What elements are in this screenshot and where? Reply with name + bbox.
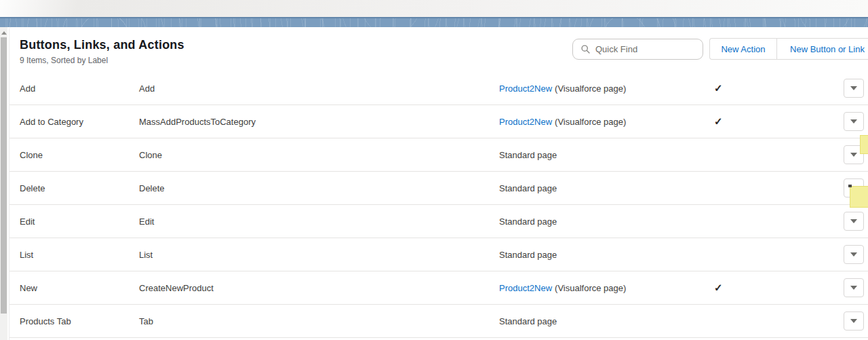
row-actions-dropdown-button[interactable] xyxy=(844,79,864,98)
row-api-name: List xyxy=(139,250,499,260)
row-label: List xyxy=(20,250,139,260)
row-actions-dropdown-button[interactable] xyxy=(844,278,864,297)
row-api-name: Clone xyxy=(139,150,499,160)
chevron-down-icon xyxy=(850,153,857,157)
row-label: Edit xyxy=(20,216,139,227)
table-row: Add Add Product2New(Visualforce page) ✓ xyxy=(9,72,868,105)
up-arrow-icon[interactable] xyxy=(0,29,7,37)
row-content-link[interactable]: Product2New xyxy=(499,83,552,94)
quick-find-box[interactable] xyxy=(572,39,703,60)
chevron-down-icon xyxy=(850,286,857,290)
table-row: Delete Delete Standard page xyxy=(9,172,868,205)
row-api-name: Tab xyxy=(139,316,499,326)
item-count-subtitle: 9 Items, Sorted by Label xyxy=(20,56,108,65)
row-content-text: Standard page xyxy=(499,150,557,160)
row-content-suffix: (Visualforce page) xyxy=(555,83,626,94)
row-actions-dropdown-button[interactable] xyxy=(844,245,864,264)
salesforce-header-banner xyxy=(0,17,868,27)
vertical-scrollbar[interactable] xyxy=(0,27,7,340)
table-row: Edit Edit Standard page xyxy=(9,205,868,238)
row-content: Standard page xyxy=(499,183,710,193)
row-content: Product2New(Visualforce page) xyxy=(499,283,710,293)
checkmark-icon: ✓ xyxy=(710,82,751,94)
search-icon xyxy=(581,45,590,54)
chevron-down-icon xyxy=(850,86,857,90)
chevron-down-icon xyxy=(850,119,857,124)
table-row: Add to Category MassAddProductsToCategor… xyxy=(9,105,868,138)
row-label: Add xyxy=(20,83,139,94)
row-content-link[interactable]: Product2New xyxy=(499,117,552,127)
table-row: List List Standard page xyxy=(9,238,868,271)
row-content-link[interactable]: Product2New xyxy=(499,283,552,293)
row-label: New xyxy=(20,283,139,293)
row-api-name: Edit xyxy=(139,216,499,227)
row-content-text: Standard page xyxy=(499,316,557,326)
annotation-handle-dot xyxy=(848,185,852,187)
new-action-button[interactable]: New Action xyxy=(709,38,776,60)
row-api-name: Delete xyxy=(139,183,499,193)
buttons-links-actions-page: { "header": { "title": "Buttons, Links, … xyxy=(0,0,868,340)
row-content: Standard page xyxy=(499,150,710,160)
table-row: New CreateNewProduct Product2New(Visualf… xyxy=(9,271,868,305)
row-content-suffix: (Visualforce page) xyxy=(555,283,626,293)
actions-table: Add Add Product2New(Visualforce page) ✓ … xyxy=(9,72,868,338)
up-arrow-glyph xyxy=(1,31,7,35)
chevron-down-icon xyxy=(850,319,857,323)
chevron-down-icon xyxy=(850,219,857,223)
new-button-or-link-button[interactable]: New Button or Link xyxy=(776,38,868,60)
checkmark-icon: ✓ xyxy=(710,115,751,128)
row-content-text: Standard page xyxy=(499,183,557,193)
row-content: Standard page xyxy=(499,216,710,227)
row-content-text: Standard page xyxy=(499,216,557,227)
row-label: Delete xyxy=(20,183,139,193)
annotation-highlight-delete-row xyxy=(850,186,868,208)
row-label: Add to Category xyxy=(20,117,139,127)
scrollbar-thumb[interactable] xyxy=(1,37,7,314)
table-row: Products Tab Tab Standard page xyxy=(9,305,868,338)
row-content: Standard page xyxy=(499,250,710,260)
chevron-down-icon xyxy=(850,252,857,257)
page-title: Buttons, Links, and Actions xyxy=(20,38,184,52)
row-api-name: CreateNewProduct xyxy=(139,283,499,293)
buttons-links-actions-card: Buttons, Links, and Actions 9 Items, Sor… xyxy=(9,27,868,340)
row-content-text: Standard page xyxy=(499,250,557,260)
row-api-name: Add xyxy=(139,83,499,94)
row-actions-dropdown-button[interactable] xyxy=(844,311,864,330)
window-top-strip xyxy=(0,0,868,17)
row-content: Standard page xyxy=(499,316,710,326)
row-content-suffix: (Visualforce page) xyxy=(555,117,626,127)
row-api-name: MassAddProductsToCategory xyxy=(139,117,499,127)
quick-find-input[interactable] xyxy=(595,44,690,54)
row-content: Product2New(Visualforce page) xyxy=(499,83,710,94)
row-label: Products Tab xyxy=(20,316,139,326)
table-row: Clone Clone Standard page xyxy=(9,138,868,172)
row-label: Clone xyxy=(20,150,139,160)
checkmark-icon: ✓ xyxy=(710,282,751,294)
row-actions-dropdown-button[interactable] xyxy=(844,212,864,231)
annotation-highlight-clone-row xyxy=(860,135,868,154)
header-button-group: New Action New Button or Link xyxy=(709,38,868,60)
row-actions-dropdown-button[interactable] xyxy=(844,112,864,131)
row-content: Product2New(Visualforce page) xyxy=(499,117,710,127)
